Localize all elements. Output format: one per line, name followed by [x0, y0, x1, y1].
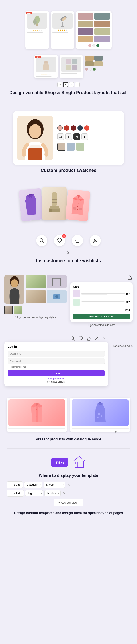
user-icon-btn[interactable] — [90, 235, 101, 246]
size-l[interactable]: L — [75, 82, 80, 87]
wish-product-boot — [42, 187, 67, 220]
palette-s-4 — [94, 61, 103, 66]
condition-operator-2[interactable]: + Exclude — [7, 490, 24, 496]
checkout-button[interactable]: Proceed to checkout — [73, 314, 130, 319]
swatch-options: XS S M L — [57, 125, 120, 151]
cart-total-row: $80 — [73, 308, 130, 312]
sale-badge-vase: -20% — [35, 56, 41, 58]
palette-dots-row — [85, 68, 103, 71]
section6-title: Present products with catalogue mode — [7, 437, 130, 442]
gallery-thumb-strip-1[interactable] — [4, 306, 13, 314]
img-swatch-1[interactable] — [57, 143, 65, 151]
img-swatches-row — [57, 143, 120, 151]
size-swatch-s[interactable]: S — [65, 133, 72, 140]
cart-modal: Cart $57 $22 — [70, 282, 133, 322]
shop-layouts-section: -50% — [0, 4, 137, 100]
palette-s-2 — [94, 56, 103, 61]
catalogue-product-img-jacket — [8, 400, 65, 426]
svg-point-46 — [37, 412, 37, 413]
palette-grid — [78, 13, 110, 42]
svg-line-30 — [42, 241, 44, 242]
condition-type-2[interactable]: Tag Category Product — [25, 490, 43, 496]
cart-item-1: $57 — [73, 290, 130, 297]
img-swatch-3[interactable] — [76, 143, 84, 151]
login-section: ☞ Log in Username Password Remember me L… — [0, 334, 137, 388]
color-dots — [78, 44, 110, 47]
size-s[interactable]: S — [63, 82, 68, 87]
condition-exclude-label: Exclude — [12, 492, 21, 495]
bag-icon-btn[interactable] — [72, 235, 83, 246]
item-name-bar-2 — [81, 302, 125, 302]
condition-operator-1[interactable]: + Include — [7, 482, 23, 488]
gallery-main-img — [4, 275, 24, 304]
catalogue-price-bar-1 — [20, 430, 54, 430]
img-swatch-2[interactable] — [67, 143, 75, 151]
gallery-thumb-shelf[interactable] — [47, 275, 67, 288]
create-account-link[interactable]: Create an account — [7, 381, 105, 383]
svg-rect-11 — [66, 65, 71, 70]
color-swatch-darkred[interactable] — [71, 125, 76, 131]
star-rating-2 — [52, 30, 73, 31]
page-wrapper: -50% — [0, 0, 137, 524]
size-swatch-xs[interactable]: XS — [57, 133, 64, 140]
size-xs[interactable]: XS — [57, 82, 62, 87]
svg-rect-20 — [49, 209, 52, 212]
gallery-caption: 11 gorgeous product gallery styles — [4, 316, 67, 319]
size-m[interactable]: M — [69, 82, 74, 87]
condition-remove-2[interactable]: ✕ — [62, 490, 66, 496]
color-swatch-pink[interactable] — [57, 125, 63, 131]
swatches-section: XS S M L Custom product swatches — [0, 104, 137, 178]
section2-title: Custom product swatches — [7, 168, 130, 173]
condition-value-2-wrapper: Leather Cotton Silk — [44, 490, 61, 496]
palette-cell-8 — [94, 36, 110, 42]
palette-card — [76, 11, 112, 49]
catalogue-card-dress — [70, 398, 130, 432]
remember-label: Remember me — [11, 366, 26, 368]
product-title-bar-2 — [52, 32, 68, 33]
gallery-thumb-object[interactable] — [26, 290, 46, 303]
remember-checkbox[interactable] — [7, 366, 10, 368]
cart-caption: Eye-catching side cart — [70, 323, 133, 327]
condition-remove-1[interactable]: ✕ — [66, 482, 71, 488]
login-button[interactable]: Log in — [7, 370, 105, 376]
product-img-lamp — [52, 13, 73, 28]
login-left: ☞ Log in Username Password Remember me L… — [4, 336, 108, 386]
condition-type-1[interactable]: Category Tag Product — [24, 482, 42, 488]
color-dot-green — [96, 44, 99, 47]
product-card-1: -50% — [25, 11, 49, 49]
palette-dot-3 — [93, 68, 96, 71]
username-field[interactable]: Username — [7, 350, 105, 357]
svg-point-8 — [44, 61, 48, 63]
remember-row: Remember me — [7, 366, 105, 368]
password-field[interactable]: Password — [7, 358, 105, 364]
palette-dot-1 — [85, 68, 88, 71]
palette-grid-small — [85, 56, 103, 66]
nav-heart-icon — [79, 336, 83, 341]
color-dot-white — [92, 44, 95, 47]
size-swatch-l[interactable]: L — [81, 133, 88, 140]
color-swatch-red[interactable] — [64, 125, 69, 131]
size-swatch-m[interactable]: M — [73, 133, 80, 140]
add-condition-button[interactable]: + Add condition — [54, 499, 83, 506]
cart-section: Cart $57 $22 — [70, 275, 133, 327]
gallery-thumb-strip-2[interactable] — [14, 306, 22, 314]
gallery-thumb-blue[interactable] — [47, 290, 67, 303]
cursor-indicator: ☞ — [7, 250, 130, 255]
star-rating-1 — [27, 30, 47, 31]
forgot-password-link[interactable]: Lost password? — [7, 377, 105, 380]
svg-point-44 — [96, 337, 98, 338]
condition-value-1[interactable]: Shoes Clothing Accessories — [44, 482, 65, 488]
size-selector[interactable]: XS S M L — [7, 82, 130, 87]
color-swatch-orange[interactable] — [84, 125, 89, 131]
woo-footer-title: Design custom templates and assign them … — [7, 511, 130, 515]
wishlist-badge: 3 — [62, 234, 66, 238]
bag-icon — [75, 238, 80, 243]
color-swatch-navy[interactable] — [77, 125, 83, 131]
heart-icon-btn[interactable]: 3 — [54, 235, 65, 246]
wishlist-action-icons: 3 — [7, 235, 130, 246]
condition-value-2[interactable]: Leather Cotton Silk — [44, 490, 61, 496]
catalogue-section: ☞ Present products with catalogue mode — [0, 393, 137, 446]
svg-marker-53 — [74, 456, 85, 461]
gallery-thumb-plant[interactable] — [26, 275, 46, 288]
search-icon-btn[interactable] — [36, 235, 47, 246]
